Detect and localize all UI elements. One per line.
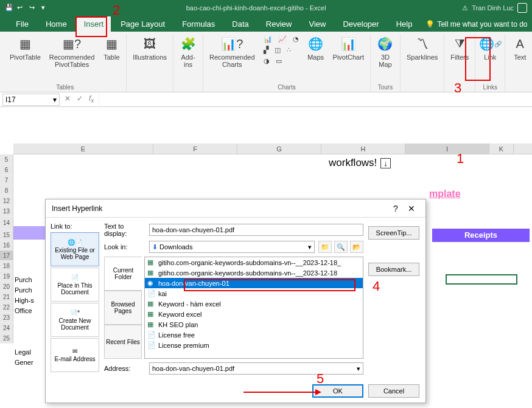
text-button[interactable]: AText [509,34,531,62]
row-25[interactable]: 25 [0,333,13,344]
browse-file-icon[interactable]: 📂 [350,241,363,253]
row-23[interactable]: 23 [0,313,13,323]
file-item[interactable]: ▦gitiho.com-organic-keywords-subdomains-… [145,268,363,278]
screentip-button[interactable]: ScreenTip... [368,226,419,240]
tab-formulas[interactable]: Formulas [175,16,222,32]
browse-web-icon[interactable]: 🔍 [334,241,348,253]
file-item[interactable]: ▦gitiho.com-organic-keywords-subdomains-… [145,257,363,268]
look-in-combo[interactable]: ⬇ Downloads▾ [149,241,315,253]
maps-button[interactable]: 🌐Maps [305,34,327,62]
up-folder-icon[interactable]: 📁 [318,241,332,253]
file-item[interactable]: ▦KH SEO plan [145,319,363,330]
address-combo[interactable]: hoa-don-van-chuyen-01.pdf▾ [149,362,363,375]
row-8[interactable]: 8 [0,185,13,196]
row-13[interactable]: 13 [0,206,13,216]
linkto-create[interactable]: 📄*Create New Document [51,303,99,337]
user-area[interactable]: ⚠ Tran Dinh Luc [462,3,527,13]
chart-line-icon[interactable]: 📈 [276,34,289,44]
file-item[interactable]: 📄License premium [145,340,363,350]
tab-pagelayout[interactable]: Page Layout [113,16,172,32]
tab-developer[interactable]: Developer [335,16,386,32]
help-icon[interactable]: ? [388,204,404,213]
col-G[interactable]: G [237,143,321,154]
cancel-button[interactable]: Cancel [368,384,419,398]
close-icon[interactable]: ✕ [404,204,419,213]
map3d-button[interactable]: 🌍3D Map [374,34,396,69]
excel-file-icon: ▦ [147,269,156,277]
row-22[interactable]: 22 [0,302,13,313]
illustrations-button[interactable]: 🖼Illustrations [130,34,169,62]
file-item[interactable]: 📄kai [145,288,363,299]
chart-bar-icon[interactable]: 📊 [261,34,275,44]
chart-pie-icon[interactable]: ◔ [290,34,301,44]
fx-icon[interactable]: fx [89,94,94,104]
linkto-existing[interactable]: 🌐📄Existing File or Web Page [51,232,99,266]
pivotchart-button[interactable]: 📊PivotChart [331,34,366,62]
formula-input[interactable] [99,94,532,106]
row-24[interactable]: 24 [0,323,13,333]
chart-box-icon[interactable]: ▭ [273,56,284,66]
sparklines-button[interactable]: 〽Sparklines [404,34,440,62]
redo-icon[interactable]: ↪ [29,4,38,12]
col-E[interactable]: E [13,143,153,154]
chart-combo-icon[interactable]: ◫ [272,45,283,55]
row-19[interactable]: 19 [0,271,13,282]
row-6[interactable]: 6 [0,165,13,175]
file-item[interactable]: ▦Keyword excel [145,309,363,319]
chart-scatter-icon[interactable]: ∴ [284,45,293,55]
tab-review[interactable]: Review [259,16,299,32]
linkto-email[interactable]: ✉E-mail Address [51,338,99,372]
row-20[interactable]: 20 [0,282,13,292]
mplate-link[interactable]: mplate [429,188,461,199]
save-icon[interactable]: 💾 [5,4,13,12]
name-box[interactable]: I17▾ [2,94,60,106]
file-item[interactable]: ▦Keyword - hàm excel [145,299,363,309]
tab-browsed-pages[interactable]: Browsed Pages [104,291,142,325]
bookmark-button[interactable]: Bookmark... [368,263,419,276]
file-item[interactable]: 📄License free [145,330,363,340]
filters-button[interactable]: ⧩Filters [448,34,471,62]
rec-charts-button[interactable]: 📊?Recommended Charts [207,34,257,69]
row-17[interactable]: 17 [0,251,13,261]
col-I[interactable]: I [405,143,489,154]
webpage-icon: 🌐📄 [68,239,82,246]
row-7[interactable]: 7 [0,175,13,185]
excel-file-icon: ▦ [147,258,156,267]
file-item-selected[interactable]: ◉hoa-don-van-chuyen-01 [145,278,363,288]
col-F[interactable]: F [153,143,237,154]
chart-more-icon[interactable]: ◑ [261,56,272,66]
col-H[interactable]: H [321,143,405,154]
tab-data[interactable]: Data [225,16,256,32]
row-5[interactable]: 5 [0,154,13,165]
cancel-formula-icon[interactable]: ✕ [65,94,71,104]
ok-button[interactable]: OK [312,384,363,398]
link-button[interactable]: 🌐🔗Link [479,34,501,62]
row-16[interactable]: 16 [0,240,13,251]
linkto-place[interactable]: 📄Place in This Document [51,268,99,302]
pivottable-button[interactable]: ▦PivotTable [7,34,43,62]
addins-button[interactable]: 🧩Add-ins [177,34,199,69]
tab-file[interactable]: File [9,16,36,32]
rec-pivot-button[interactable]: ▦?Recommended PivotTables [47,34,97,69]
row-15[interactable]: 15 [0,230,13,240]
tab-help[interactable]: Help [389,16,420,32]
qat-more-icon[interactable]: ▾ [41,4,50,12]
row-12[interactable]: 12 [0,196,13,206]
tab-current-folder[interactable]: Current Folder [104,257,142,291]
row-14[interactable]: 14 [0,216,13,230]
tab-recent-files[interactable]: Recent Files [104,325,142,359]
row-21[interactable]: 21 [0,292,13,302]
selected-cell-I17[interactable] [446,274,517,285]
text-to-display-input[interactable] [149,224,363,236]
tab-view[interactable]: View [301,16,333,32]
enter-formula-icon[interactable]: ✓ [77,94,83,104]
col-K[interactable]: K [489,143,514,154]
undo-icon[interactable]: ↩ [17,4,26,12]
table-button[interactable]: ▦Table [100,34,122,62]
chart-area-icon[interactable]: ▞ [261,45,271,55]
tell-me[interactable]: 💡 Tell me what you want to do [425,20,527,32]
tab-home[interactable]: Home [38,16,74,32]
file-list[interactable]: ▦gitiho.com-organic-keywords-subdomains-… [144,257,363,359]
tab-insert[interactable]: Insert [77,16,111,32]
row-18[interactable]: 18 [0,261,13,271]
